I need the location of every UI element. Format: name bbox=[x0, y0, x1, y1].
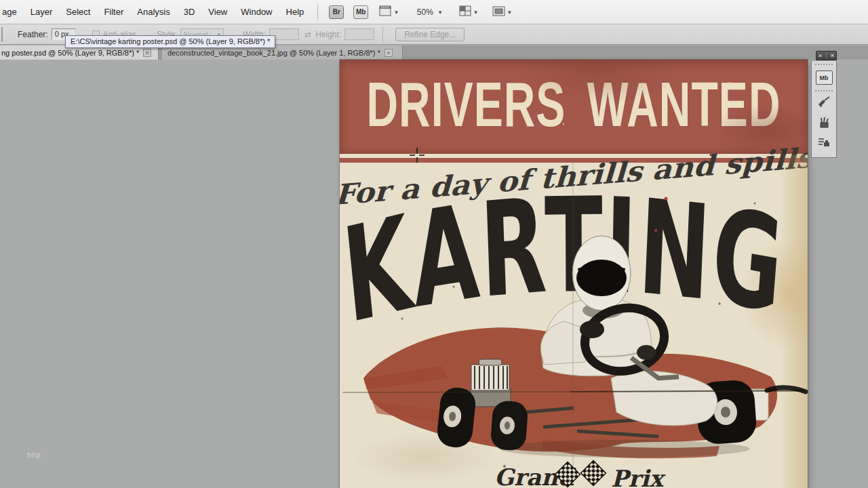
dock-header-divider bbox=[826, 53, 827, 59]
paper-aging-stain bbox=[779, 155, 808, 488]
close-tab-icon[interactable]: × bbox=[384, 49, 393, 57]
footer-grand-text: Grand bbox=[494, 464, 576, 488]
view-extras-icon[interactable] bbox=[379, 5, 392, 18]
arrange-documents-icon[interactable] bbox=[459, 5, 471, 18]
launch-bridge-button[interactable]: Br bbox=[329, 5, 344, 19]
dock-grip[interactable] bbox=[815, 64, 833, 65]
close-tab-icon[interactable]: × bbox=[143, 49, 151, 57]
kart-engine bbox=[470, 359, 511, 407]
panel-dock: Mb bbox=[811, 60, 837, 158]
paper-specks bbox=[401, 203, 775, 468]
zoom-level-caret-icon[interactable]: ▾ bbox=[439, 9, 442, 16]
checkered-flag-icon bbox=[581, 461, 606, 486]
paper-aging-stain bbox=[740, 236, 808, 351]
screen-mode-icon[interactable] bbox=[492, 6, 505, 18]
kart-side-pod bbox=[717, 389, 768, 420]
menu-item-layer[interactable]: Layer bbox=[24, 0, 60, 24]
panel-dock-header: » × bbox=[816, 51, 837, 60]
kart-driver bbox=[540, 236, 717, 426]
menu-item-select[interactable]: Select bbox=[59, 0, 97, 24]
tool-presets-panel-icon[interactable] bbox=[816, 115, 832, 129]
menu-item-view[interactable]: View bbox=[201, 0, 234, 24]
red-speck bbox=[654, 229, 657, 232]
menu-item-filter[interactable]: Filter bbox=[97, 0, 130, 24]
footer-prix-text: Prix bbox=[611, 465, 666, 488]
tab-title: ng poster.psd @ 50% (Layer 9, RGB/8*) * bbox=[1, 49, 139, 57]
feather-label: Feather: bbox=[18, 30, 48, 39]
checkered-flag-icon bbox=[555, 462, 580, 487]
poster-footer: Grand Prix bbox=[494, 461, 666, 488]
options-bar-grip[interactable] bbox=[1, 27, 4, 42]
fold-creases bbox=[342, 163, 806, 487]
kart-frame bbox=[511, 408, 721, 436]
height-label: Height: bbox=[315, 30, 341, 39]
canvas-area[interactable]: http DRIVERS WANTED For a day of thrills… bbox=[0, 60, 868, 488]
close-panel-icon[interactable]: × bbox=[831, 52, 834, 59]
height-input[interactable] bbox=[344, 28, 374, 40]
dock-grip bbox=[815, 90, 833, 92]
mini-bridge-panel-icon[interactable]: Mb bbox=[816, 70, 833, 85]
poster-headline: DRIVERS WANTED bbox=[340, 73, 808, 136]
menu-item-analysis[interactable]: Analysis bbox=[130, 0, 176, 24]
document-path-tooltip: E:\CS\vintage karting poster.psd @ 50% (… bbox=[65, 35, 275, 48]
red-speck bbox=[665, 197, 668, 201]
clone-source-panel-icon[interactable] bbox=[816, 135, 832, 150]
menu-item-3d[interactable]: 3D bbox=[177, 0, 202, 24]
paper-aging-stain bbox=[350, 432, 499, 483]
menu-item-help[interactable]: Help bbox=[279, 0, 311, 24]
screen-mode-caret-icon[interactable]: ▾ bbox=[508, 9, 511, 16]
tab-title: deconstructed_vintage_book_21.jpg @ 50% … bbox=[167, 49, 380, 57]
poster-document[interactable]: DRIVERS WANTED For a day of thrills and … bbox=[340, 60, 808, 488]
options-divider bbox=[382, 26, 383, 43]
menu-item-image-truncated[interactable]: age bbox=[0, 0, 24, 24]
view-extras-caret-icon[interactable]: ▾ bbox=[395, 9, 398, 16]
arrange-documents-caret-icon[interactable]: ▾ bbox=[474, 9, 477, 16]
watermark-text: http bbox=[27, 451, 41, 459]
refine-edge-button[interactable]: Refine Edge... bbox=[395, 28, 465, 41]
brush-panel-icon[interactable] bbox=[816, 94, 832, 109]
expand-panel-icon[interactable]: » bbox=[818, 52, 822, 59]
kart-tires bbox=[436, 379, 758, 451]
launch-mini-bridge-button[interactable]: Mb bbox=[353, 5, 368, 19]
rust-brush-stroke bbox=[363, 327, 777, 458]
toolbar-divider bbox=[317, 4, 318, 20]
menu-bar: age Layer Select Filter Analysis 3D View… bbox=[0, 0, 868, 24]
zoom-level-value[interactable]: 50% bbox=[417, 7, 433, 17]
swap-dimensions-icon[interactable]: ⇄ bbox=[304, 30, 311, 39]
menu-item-window[interactable]: Window bbox=[234, 0, 279, 24]
